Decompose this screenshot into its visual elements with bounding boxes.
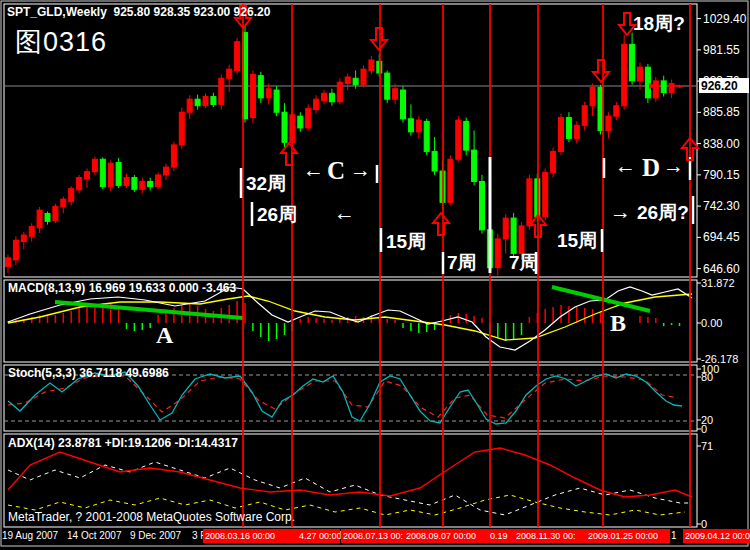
candle-body — [519, 226, 524, 253]
candle-body — [116, 163, 121, 186]
candle-body — [408, 119, 413, 132]
adx-plus-di-line — [8, 462, 692, 515]
candle-body — [574, 125, 579, 138]
chart-title: SPT_GLD,Weekly 925.80 928.35 923.00 926.… — [7, 5, 270, 19]
chart-canvas[interactable]: AB32周←C→26周←15周7周7周15周←D→→26周?18周?1029.4… — [0, 0, 750, 550]
adx-main-line — [8, 448, 692, 497]
macd-trendline-A[interactable] — [55, 302, 243, 318]
candle-body — [274, 90, 279, 112]
up-arrow-icon[interactable] — [281, 143, 297, 165]
candle-body — [37, 210, 42, 228]
candle-body — [432, 151, 437, 171]
candle-body — [503, 218, 508, 239]
candle-body — [511, 218, 516, 253]
candle-body — [614, 106, 619, 116]
time-axis-label: 1 — [671, 530, 677, 541]
macd-trendline-B[interactable] — [552, 287, 650, 311]
candle-body — [645, 67, 650, 98]
up-arrow-icon[interactable] — [433, 213, 449, 235]
down-arrow-icon[interactable] — [371, 28, 387, 50]
cycle-annotation: → — [663, 154, 684, 177]
cycle-annotation: 15周 — [557, 230, 597, 251]
vline-date-label[interactable]: 4.27 00:00 — [297, 529, 340, 543]
candle-body — [164, 167, 169, 175]
candle-body — [416, 120, 421, 132]
candle-body — [448, 159, 453, 202]
trendline-label-A: A — [156, 322, 174, 348]
candle-body — [590, 87, 595, 105]
candle-body — [148, 181, 153, 186]
candle-body — [250, 74, 255, 117]
down-arrow-icon[interactable] — [593, 60, 609, 82]
time-axis-label: 19 Aug 2007 — [2, 530, 58, 541]
vline-date-label[interactable]: 2008.09.07 00:00 — [404, 529, 488, 543]
candle-body — [282, 112, 287, 142]
candle-body — [401, 90, 406, 119]
macd-indicator-label: MACD(8,13,9) 16.969 19.633 0.000 -3.463 — [8, 281, 236, 295]
adx-indicator-label: ADX(14) 23.8781 +DI:19.1206 -DI:14.4317 — [8, 436, 238, 450]
candle-body — [582, 106, 587, 126]
candle-body — [21, 235, 26, 242]
candle-body — [108, 163, 113, 187]
candle-body — [337, 82, 342, 102]
candle-body — [345, 77, 350, 84]
vline-date-label[interactable]: 2008.11.30 00: — [514, 529, 586, 543]
vline-date-label[interactable]: 2008.07.13 00: — [341, 529, 404, 543]
candle-body — [187, 99, 192, 112]
candle-body — [329, 93, 334, 101]
cycle-annotation: ← — [303, 158, 324, 181]
candle-body — [472, 150, 477, 181]
candle-body — [92, 159, 97, 171]
candle-body — [179, 112, 184, 145]
adx-axis-label: 71 — [701, 440, 713, 452]
cycle-annotation: 32周 — [246, 173, 286, 194]
cycle-annotation: D — [642, 154, 660, 181]
time-axis-label: 9 Dec 2007 — [130, 530, 181, 541]
candle-body — [140, 181, 145, 189]
vline-date-label[interactable]: 2009.04.12 00:00 — [683, 529, 750, 543]
cycle-annotation: 7周 — [509, 252, 539, 273]
candle-body — [551, 151, 556, 172]
candle-body — [559, 117, 564, 151]
macd-axis-label: 0.00 — [701, 317, 722, 329]
price-axis-label: 790.15 — [703, 168, 740, 182]
copyright-text: MetaTrader, ? 2001-2008 MetaQuotes Softw… — [8, 510, 295, 524]
price-axis-label: 694.45 — [703, 230, 740, 244]
price-axis-label: 1029.40 — [703, 12, 747, 26]
price-axis-label: 838.00 — [703, 137, 740, 151]
candle-body — [393, 89, 398, 99]
candle-body — [369, 60, 374, 70]
candle-body — [385, 73, 390, 99]
vline-date-label[interactable]: 2009.01.25 00:00 — [586, 529, 670, 543]
candle-body — [266, 89, 271, 98]
metatrader-window: { "window": { "title_symbol": "SPT_GLD,W… — [0, 0, 750, 550]
window-border — [1, 1, 748, 546]
candle-body — [566, 117, 571, 138]
candle-body — [13, 240, 18, 260]
symbol-period-label: SPT_GLD,Weekly — [7, 5, 107, 19]
vline-date-label[interactable]: 0.19 — [488, 529, 514, 543]
candle-body — [29, 227, 34, 237]
candle-body — [45, 213, 50, 221]
candle-body — [195, 99, 200, 106]
ohlc-values: 925.80 928.35 923.00 926.20 — [114, 5, 271, 19]
price-axis-label: 981.55 — [703, 43, 740, 57]
candle-body — [322, 93, 327, 100]
candle-body — [622, 44, 627, 105]
candle-body — [661, 81, 666, 93]
candle-body — [543, 172, 548, 216]
candle-body — [314, 99, 319, 109]
candle-body — [456, 120, 461, 159]
cycle-annotation: 26周 — [257, 204, 297, 225]
vline-date-label[interactable]: 2008.03.16 00:00 — [203, 529, 297, 543]
candle-body — [53, 206, 58, 220]
candle-body — [61, 199, 66, 207]
candle-body — [480, 181, 485, 229]
cycle-annotation: 18周? — [633, 13, 685, 34]
price-axis-label: 646.60 — [703, 262, 740, 276]
stoch-indicator-label: Stoch(5,3,3) 36.7118 49.6986 — [8, 366, 169, 380]
cycle-annotation: → — [350, 158, 371, 181]
cycle-annotation: 15周 — [386, 231, 426, 252]
candle-body — [353, 78, 358, 85]
candle-body — [306, 108, 311, 128]
